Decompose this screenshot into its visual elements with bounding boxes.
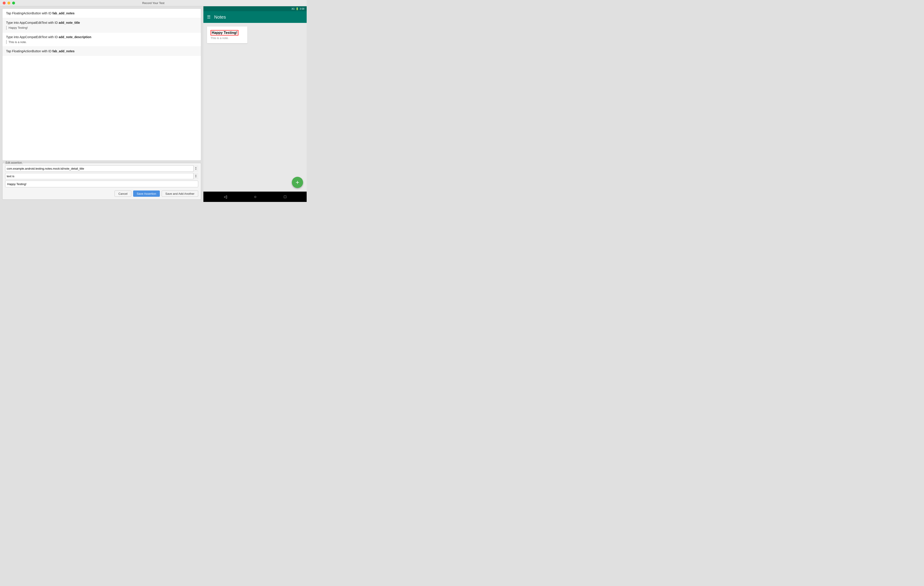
step-sub-text: Happy Testing! xyxy=(8,26,28,30)
step-text: Tap FloatingActionButton with ID fab_add… xyxy=(6,12,74,15)
step-sub-text: This is a note. xyxy=(8,40,27,44)
step-sub: Happy Testing! xyxy=(6,26,197,30)
main-layout: Tap FloatingActionButton with ID fab_add… xyxy=(0,6,307,202)
assertion-buttons: Cancel Save Assertion Save and Add Anoth… xyxy=(5,191,198,197)
time-display: 3:58 xyxy=(300,7,304,10)
android-content: Happy Testing! This is a note. + xyxy=(203,23,307,192)
step-item: Type into AppCompatEditText with ID add_… xyxy=(2,18,201,33)
condition-wrapper: text is ▲ ▼ xyxy=(5,173,198,179)
step-bold: add_note_title xyxy=(59,21,80,25)
step-text: Type into AppCompatEditText with ID add_… xyxy=(6,35,91,39)
step-sub-bar xyxy=(6,26,7,30)
note-body: This is a note. xyxy=(211,36,244,40)
home-icon[interactable]: ○ xyxy=(254,194,257,199)
step-bold: fab_add_notes xyxy=(52,49,74,53)
note-title: Happy Testing! xyxy=(211,30,238,35)
android-app-bar: ☰ Notes xyxy=(203,11,307,23)
assertion-value-input[interactable] xyxy=(5,181,198,187)
step-text: Type into AppCompatEditText with ID add_… xyxy=(6,21,80,25)
close-button[interactable] xyxy=(3,2,6,5)
android-status-bar: 3G 🔋 3:58 xyxy=(203,6,307,11)
recents-icon[interactable]: □ xyxy=(284,194,286,199)
condition-field: text is ▲ ▼ xyxy=(5,173,198,179)
signal-icon: 3G xyxy=(291,7,295,10)
save-assertion-button[interactable]: Save Assertion xyxy=(133,191,160,197)
android-nav-bar: ◁ ○ □ xyxy=(203,192,307,202)
step-sub: This is a note. xyxy=(6,40,197,44)
step-bold: fab_add_notes xyxy=(52,12,74,15)
condition-select[interactable]: text is xyxy=(5,173,198,179)
menu-icon[interactable]: ☰ xyxy=(207,15,211,20)
battery-icon: 🔋 xyxy=(295,7,299,10)
fab-button[interactable]: + xyxy=(292,177,303,188)
note-card: Happy Testing! This is a note. xyxy=(207,26,248,43)
step-item: Tap FloatingActionButton with ID fab_add… xyxy=(2,47,201,56)
android-mockup: 3G 🔋 3:58 ☰ Notes Happy Testing! This is… xyxy=(203,6,307,202)
app-bar-title: Notes xyxy=(214,15,226,20)
minimize-button[interactable] xyxy=(7,2,10,5)
android-screen: 3G 🔋 3:58 ☰ Notes Happy Testing! This is… xyxy=(203,6,307,202)
step-sub-bar xyxy=(6,40,7,44)
save-and-add-button[interactable]: Save and Add Another xyxy=(162,191,198,197)
step-text: Tap FloatingActionButton with ID fab_add… xyxy=(6,49,74,53)
step-item: Tap FloatingActionButton with ID fab_add… xyxy=(2,9,201,18)
maximize-button[interactable] xyxy=(12,2,15,5)
left-panel: Tap FloatingActionButton with ID fab_add… xyxy=(0,6,203,202)
steps-area: Tap FloatingActionButton with ID fab_add… xyxy=(2,8,201,161)
edit-assertion-panel: Edit assertion com.example.android.testi… xyxy=(2,163,201,200)
back-icon[interactable]: ◁ xyxy=(224,194,227,199)
title-bar: Record Your Test xyxy=(0,0,307,6)
window-controls xyxy=(3,2,15,5)
selector-field: com.example.android.testing.notes.mock:i… xyxy=(5,165,198,172)
status-icons: 3G 🔋 3:58 xyxy=(291,7,304,10)
selector-wrapper: com.example.android.testing.notes.mock:i… xyxy=(5,165,198,172)
step-bold: add_note_description xyxy=(59,35,91,39)
edit-assertion-legend: Edit assertion xyxy=(5,161,23,164)
selector-select[interactable]: com.example.android.testing.notes.mock:i… xyxy=(5,165,198,172)
window-title: Record Your Test xyxy=(142,2,165,5)
cancel-button[interactable]: Cancel xyxy=(114,191,131,197)
step-item: Type into AppCompatEditText with ID add_… xyxy=(2,33,201,47)
